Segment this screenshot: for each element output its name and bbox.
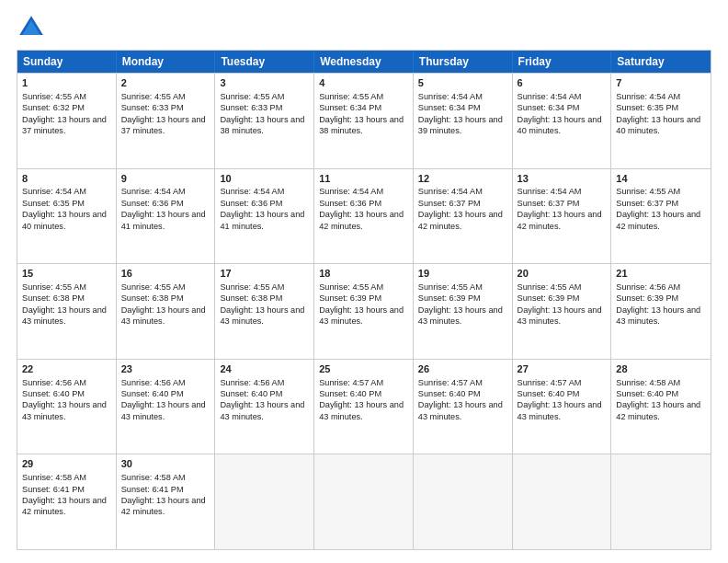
day-number: 9	[121, 172, 210, 186]
day-number: 11	[319, 172, 408, 186]
logo	[17, 13, 50, 42]
day-number: 5	[418, 76, 507, 90]
day-number: 10	[220, 172, 309, 186]
day-number: 29	[22, 457, 111, 471]
calendar-row: 29Sunrise: 4:58 AMSunset: 6:41 PMDayligh…	[17, 454, 711, 549]
day-number: 26	[418, 362, 507, 376]
calendar-cell: 4Sunrise: 4:55 AMSunset: 6:34 PMDaylight…	[314, 74, 414, 168]
day-number: 22	[22, 362, 111, 376]
day-number: 4	[319, 76, 408, 90]
calendar-header-cell: Thursday	[414, 51, 513, 73]
calendar-cell: 16Sunrise: 4:55 AMSunset: 6:38 PMDayligh…	[117, 264, 216, 359]
calendar-header-cell: Sunday	[17, 51, 117, 73]
calendar-cell: 23Sunrise: 4:56 AMSunset: 6:40 PMDayligh…	[117, 360, 216, 454]
day-number: 1	[22, 76, 111, 90]
calendar-cell: 2Sunrise: 4:55 AMSunset: 6:33 PMDaylight…	[117, 74, 216, 168]
calendar-cell: 28Sunrise: 4:58 AMSunset: 6:40 PMDayligh…	[611, 360, 711, 454]
day-number: 14	[616, 172, 706, 186]
calendar-row: 15Sunrise: 4:55 AMSunset: 6:38 PMDayligh…	[17, 263, 711, 359]
calendar-cell	[611, 454, 711, 549]
calendar-cell: 15Sunrise: 4:55 AMSunset: 6:38 PMDayligh…	[17, 264, 117, 359]
calendar-cell: 19Sunrise: 4:55 AMSunset: 6:39 PMDayligh…	[414, 264, 513, 359]
calendar-cell: 30Sunrise: 4:58 AMSunset: 6:41 PMDayligh…	[117, 454, 216, 549]
calendar-cell: 6Sunrise: 4:54 AMSunset: 6:34 PMDaylight…	[513, 74, 612, 168]
calendar-header-cell: Friday	[513, 51, 612, 73]
calendar-cell	[414, 454, 513, 549]
day-number: 6	[518, 76, 607, 90]
day-number: 23	[121, 362, 210, 376]
calendar-cell: 18Sunrise: 4:55 AMSunset: 6:39 PMDayligh…	[314, 264, 414, 359]
calendar-cell: 8Sunrise: 4:54 AMSunset: 6:35 PMDaylight…	[17, 169, 117, 264]
logo-icon	[17, 13, 46, 42]
calendar-cell: 22Sunrise: 4:56 AMSunset: 6:40 PMDayligh…	[17, 360, 117, 454]
calendar-cell: 27Sunrise: 4:57 AMSunset: 6:40 PMDayligh…	[513, 360, 612, 454]
calendar-cell: 13Sunrise: 4:54 AMSunset: 6:37 PMDayligh…	[513, 169, 612, 264]
header	[17, 13, 711, 42]
calendar: SundayMondayTuesdayWednesdayThursdayFrid…	[17, 50, 711, 550]
calendar-cell: 7Sunrise: 4:54 AMSunset: 6:35 PMDaylight…	[611, 74, 711, 168]
day-number: 18	[319, 267, 408, 281]
day-number: 30	[121, 457, 210, 471]
calendar-row: 22Sunrise: 4:56 AMSunset: 6:40 PMDayligh…	[17, 359, 711, 454]
day-number: 27	[518, 362, 607, 376]
day-number: 13	[518, 172, 607, 186]
calendar-cell: 3Sunrise: 4:55 AMSunset: 6:33 PMDaylight…	[215, 74, 314, 168]
calendar-cell: 9Sunrise: 4:54 AMSunset: 6:36 PMDaylight…	[117, 169, 216, 264]
calendar-cell: 29Sunrise: 4:58 AMSunset: 6:41 PMDayligh…	[17, 454, 117, 549]
calendar-header-cell: Wednesday	[314, 51, 414, 73]
calendar-cell: 10Sunrise: 4:54 AMSunset: 6:36 PMDayligh…	[215, 169, 314, 264]
calendar-row: 1Sunrise: 4:55 AMSunset: 6:32 PMDaylight…	[17, 73, 711, 168]
calendar-cell: 17Sunrise: 4:55 AMSunset: 6:38 PMDayligh…	[215, 264, 314, 359]
day-number: 3	[220, 76, 309, 90]
calendar-row: 8Sunrise: 4:54 AMSunset: 6:35 PMDaylight…	[17, 168, 711, 264]
day-number: 21	[616, 267, 706, 281]
day-number: 25	[319, 362, 408, 376]
calendar-cell	[215, 454, 314, 549]
day-number: 7	[616, 76, 706, 90]
day-number: 15	[22, 267, 111, 281]
day-number: 12	[418, 172, 507, 186]
day-number: 24	[220, 362, 309, 376]
calendar-cell: 25Sunrise: 4:57 AMSunset: 6:40 PMDayligh…	[314, 360, 414, 454]
calendar-header-cell: Saturday	[611, 51, 711, 73]
day-number: 20	[518, 267, 607, 281]
calendar-header-cell: Monday	[117, 51, 216, 73]
day-number: 28	[616, 362, 706, 376]
calendar-cell: 11Sunrise: 4:54 AMSunset: 6:36 PMDayligh…	[314, 169, 414, 264]
day-number: 16	[121, 267, 210, 281]
calendar-cell: 1Sunrise: 4:55 AMSunset: 6:32 PMDaylight…	[17, 74, 117, 168]
calendar-cell: 14Sunrise: 4:55 AMSunset: 6:37 PMDayligh…	[611, 169, 711, 264]
day-number: 8	[22, 172, 111, 186]
calendar-header-cell: Tuesday	[215, 51, 314, 73]
page: SundayMondayTuesdayWednesdayThursdayFrid…	[0, 0, 728, 563]
calendar-cell: 12Sunrise: 4:54 AMSunset: 6:37 PMDayligh…	[414, 169, 513, 264]
calendar-cell: 5Sunrise: 4:54 AMSunset: 6:34 PMDaylight…	[414, 74, 513, 168]
calendar-cell	[314, 454, 414, 549]
day-number: 19	[418, 267, 507, 281]
calendar-cell	[513, 454, 612, 549]
calendar-cell: 20Sunrise: 4:55 AMSunset: 6:39 PMDayligh…	[513, 264, 612, 359]
calendar-cell: 26Sunrise: 4:57 AMSunset: 6:40 PMDayligh…	[414, 360, 513, 454]
calendar-body: 1Sunrise: 4:55 AMSunset: 6:32 PMDaylight…	[17, 73, 711, 549]
day-number: 17	[220, 267, 309, 281]
calendar-header-row: SundayMondayTuesdayWednesdayThursdayFrid…	[17, 51, 711, 73]
calendar-cell: 21Sunrise: 4:56 AMSunset: 6:39 PMDayligh…	[611, 264, 711, 359]
calendar-cell: 24Sunrise: 4:56 AMSunset: 6:40 PMDayligh…	[215, 360, 314, 454]
day-number: 2	[121, 76, 210, 90]
